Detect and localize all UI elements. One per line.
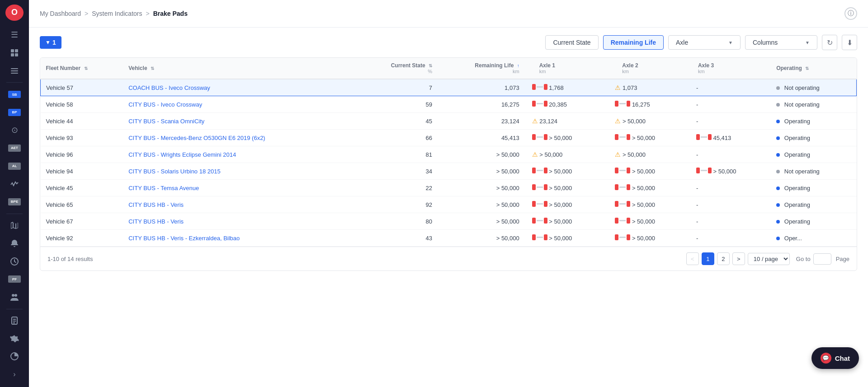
cell-axle1: > 50,000 <box>525 213 608 230</box>
pagination-controls: < 1 2 > 10 / page 20 / page 50 / page Go… <box>686 252 849 265</box>
col-current-state[interactable]: Current State ⇅ % <box>355 58 438 79</box>
status-dot <box>776 153 780 157</box>
axle-dropdown-label: Axle <box>676 39 688 46</box>
page-1-btn[interactable]: 1 <box>702 252 714 265</box>
cell-fleet-number: Vehicle 65 <box>41 196 123 213</box>
remaining-life-btn[interactable]: Remaining Life <box>603 35 664 50</box>
info-button[interactable]: ⓘ <box>844 7 857 20</box>
table-row[interactable]: Vehicle 44 CITY BUS - Scania OmniCity 45… <box>41 113 857 130</box>
status-dot <box>776 170 780 173</box>
cell-fleet-number: Vehicle 96 <box>41 146 123 163</box>
columns-dropdown[interactable]: Columns ▼ <box>745 35 817 50</box>
table-row[interactable]: Vehicle 92 CITY BUS HB - Veris - Ezkerra… <box>41 230 857 247</box>
table-row[interactable]: Vehicle 67 CITY BUS HB - Veris 80 > 50,0… <box>41 213 857 230</box>
axle-warning-icon: ⚠ <box>532 151 538 158</box>
cell-remaining-life: > 50,000 <box>438 230 525 247</box>
cell-remaining-life: > 50,000 <box>438 213 525 230</box>
table-row[interactable]: Vehicle 57 COACH BUS - Iveco Crossway 7 … <box>41 79 857 96</box>
sidebar-piechart[interactable] <box>5 349 24 365</box>
sidebar-expand-btn[interactable]: › <box>5 366 24 382</box>
page-2-btn[interactable]: 2 <box>717 252 730 265</box>
cell-vehicle[interactable]: CITY BUS - Wrights Eclipse Gemini 2014 <box>123 146 355 163</box>
svg-rect-0 <box>11 49 14 52</box>
next-page-btn[interactable]: > <box>732 252 745 265</box>
breadcrumb-item-dashboard[interactable]: My Dashboard <box>40 10 81 17</box>
cell-remaining-life: 45,413 <box>438 130 525 146</box>
sidebar-map[interactable] <box>5 217 24 233</box>
sidebar-activity[interactable] <box>5 176 24 192</box>
sidebar-dashboard[interactable] <box>5 45 24 61</box>
columns-label: Columns <box>753 39 778 46</box>
cell-operating: Operating <box>771 196 856 213</box>
sidebar-people[interactable] <box>5 289 24 305</box>
breadcrumb-item-system[interactable]: System Indicators <box>92 10 142 17</box>
table-row[interactable]: Vehicle 93 CITY BUS - Mercedes-Benz O530… <box>41 130 857 146</box>
divider-1 <box>6 82 23 83</box>
axle-critical-icon <box>532 84 547 90</box>
cell-vehicle[interactable]: COACH BUS - Iveco Crossway <box>123 79 355 96</box>
axle-critical-icon <box>532 201 547 207</box>
per-page-select[interactable]: 10 / page 20 / page 50 / page <box>748 253 790 265</box>
refresh-button[interactable]: ↻ <box>822 35 837 50</box>
cell-vehicle[interactable]: CITY BUS - Solaris Urbino 18 2015 <box>123 163 355 180</box>
cell-operating: Operating <box>771 146 856 163</box>
col-remaining-life[interactable]: Remaining Life ↑ km <box>438 58 525 79</box>
table-row[interactable]: Vehicle 94 CITY BUS - Solaris Urbino 18 … <box>41 163 857 180</box>
table-row[interactable]: Vehicle 45 CITY BUS - Temsa Avenue 22 > … <box>41 180 857 196</box>
col-fleet-number[interactable]: Fleet Number ⇅ <box>41 58 123 79</box>
cell-vehicle[interactable]: CITY BUS - Iveco Crossway <box>123 96 355 113</box>
col-vehicle[interactable]: Vehicle ⇅ <box>123 58 355 79</box>
table-row[interactable]: Vehicle 58 CITY BUS - Iveco Crossway 59 … <box>41 96 857 113</box>
download-button[interactable]: ⬇ <box>842 35 857 50</box>
axle-warning-icon: ⚠ <box>615 117 621 125</box>
app-logo[interactable]: O <box>5 5 24 21</box>
sidebar-list[interactable] <box>5 63 24 79</box>
current-state-btn[interactable]: Current State <box>545 35 598 50</box>
breadcrumb-sep-1: > <box>85 10 88 17</box>
sidebar-menu-toggle[interactable]: ☰ <box>5 27 24 43</box>
status-dot <box>776 120 780 123</box>
axle-critical-icon <box>696 134 712 140</box>
divider-2 <box>6 214 23 214</box>
cell-axle3: - <box>691 230 771 247</box>
axle-dropdown[interactable]: Axle ▼ <box>668 35 741 50</box>
sidebar-indicator[interactable]: ⊙ <box>5 122 24 139</box>
cell-vehicle[interactable]: CITY BUS - Mercedes-Benz O530GN E6 2019 … <box>123 130 355 146</box>
status-dot <box>776 103 780 107</box>
bpe-badge: BPE <box>8 198 21 205</box>
sidebar-clock[interactable] <box>5 253 24 270</box>
cell-current-state: 34 <box>355 163 438 180</box>
cell-vehicle[interactable]: CITY BUS - Scania OmniCity <box>123 113 355 130</box>
operating-text: Oper... <box>784 235 802 242</box>
toolbar: ▼ 1 Current State Remaining Life Axle ▼ … <box>40 35 857 50</box>
axle-warning-icon: ⚠ <box>615 84 621 91</box>
chat-button[interactable]: 💬 Chat <box>811 347 859 369</box>
cell-fleet-number: Vehicle 94 <box>41 163 123 180</box>
cell-axle3: - <box>691 213 771 230</box>
cell-remaining-life: 23,124 <box>438 113 525 130</box>
sidebar-settings[interactable] <box>5 331 24 347</box>
cell-vehicle[interactable]: CITY BUS HB - Veris <box>123 213 355 230</box>
cell-remaining-life: > 50,000 <box>438 163 525 180</box>
table-row[interactable]: Vehicle 65 CITY BUS HB - Veris 92 > 50,0… <box>41 196 857 213</box>
sidebar-bell[interactable] <box>5 235 24 252</box>
sidebar-docs[interactable] <box>5 312 24 329</box>
sidebar: O ☰ SB BP ⊙ AET AL BPE PF <box>0 0 29 387</box>
status-dot <box>776 203 780 207</box>
operating-text: Operating <box>784 135 810 141</box>
goto-input[interactable] <box>813 253 831 265</box>
filter-badge[interactable]: ▼ 1 <box>40 36 61 49</box>
table-row[interactable]: Vehicle 96 CITY BUS - Wrights Eclipse Ge… <box>41 146 857 163</box>
cell-axle2: > 50,000 <box>608 180 691 196</box>
axle-chevron-icon: ▼ <box>728 40 733 45</box>
prev-page-btn[interactable]: < <box>686 252 699 265</box>
cell-vehicle[interactable]: CITY BUS HB - Veris <box>123 196 355 213</box>
cell-remaining-life: > 50,000 <box>438 180 525 196</box>
cell-axle3: - <box>691 180 771 196</box>
col-operating[interactable]: Operating ⇅ <box>771 58 856 79</box>
col-axle2: Axle 2 km <box>608 58 691 79</box>
cell-vehicle[interactable]: CITY BUS - Temsa Avenue <box>123 180 355 196</box>
cell-vehicle[interactable]: CITY BUS HB - Veris - Ezkerraldea, Bilba… <box>123 230 355 247</box>
axle-critical-icon <box>532 168 547 173</box>
fleet-sort-icon: ⇅ <box>84 66 88 71</box>
